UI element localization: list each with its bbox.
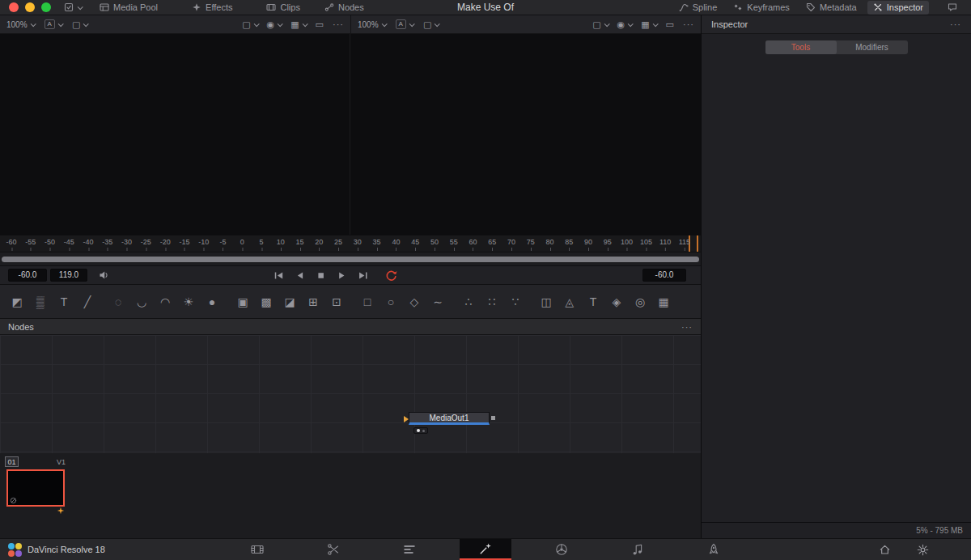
node-output-square-icon[interactable] bbox=[491, 416, 495, 420]
right-viewer-zoom-select[interactable]: 100% bbox=[358, 20, 386, 29]
tool-merge-3d[interactable]: ◈ bbox=[608, 293, 625, 311]
timeline-scrollbar[interactable] bbox=[2, 257, 699, 262]
right-viewer-gamut-select[interactable]: ◉ bbox=[617, 20, 633, 29]
left-viewer[interactable] bbox=[0, 34, 350, 235]
range-start-field[interactable]: -60.0 bbox=[8, 269, 47, 282]
minimize-button[interactable] bbox=[25, 2, 35, 12]
clip-thumbnail[interactable] bbox=[6, 469, 65, 507]
tool-resize[interactable]: ⊡ bbox=[328, 293, 346, 311]
left-viewer-buffer-select[interactable]: ▢ bbox=[72, 20, 87, 29]
tool-polygon-mask[interactable]: ◇ bbox=[405, 293, 423, 311]
close-button[interactable] bbox=[9, 2, 19, 12]
page-fairlight-button[interactable] bbox=[612, 539, 664, 560]
ruler-tick: 60 bbox=[469, 238, 477, 246]
inspector-options-button[interactable]: ··· bbox=[950, 19, 961, 29]
tool-text-plus[interactable]: T bbox=[55, 293, 73, 311]
left-viewer-channel-select[interactable]: A bbox=[45, 19, 62, 29]
page-media-button[interactable] bbox=[231, 539, 283, 560]
node-graph[interactable]: MediaOut1 bbox=[0, 335, 701, 453]
tool-rectangle-mask[interactable]: □ bbox=[358, 293, 376, 311]
keyframes-button[interactable]: Keyframes bbox=[727, 1, 795, 15]
play-reverse-button[interactable] bbox=[295, 270, 305, 281]
tool-merge[interactable]: ▣ bbox=[234, 293, 252, 311]
tool-paint[interactable]: ╱ bbox=[78, 293, 96, 311]
go-to-end-button[interactable] bbox=[358, 270, 368, 281]
page-cut-button[interactable] bbox=[307, 539, 359, 560]
node-viewer-dots[interactable] bbox=[413, 427, 428, 434]
audio-mute-icon[interactable] bbox=[99, 270, 110, 280]
page-deliver-button[interactable] bbox=[688, 539, 740, 560]
ruler-tick: 70 bbox=[507, 238, 515, 246]
effects-button[interactable]: Effects bbox=[186, 1, 238, 15]
page-color-button[interactable] bbox=[536, 539, 587, 560]
spline-button[interactable]: Spline bbox=[673, 1, 723, 15]
nodes-options-button[interactable]: ··· bbox=[681, 322, 693, 332]
tool-hue-curves[interactable]: ◠ bbox=[156, 293, 174, 311]
inspector-button[interactable]: Inspector bbox=[867, 1, 929, 15]
settings-gear-button[interactable] bbox=[917, 544, 929, 556]
right-viewer[interactable] bbox=[350, 34, 701, 235]
stop-button[interactable] bbox=[316, 270, 326, 281]
node-input-arrow-icon[interactable] bbox=[404, 416, 409, 422]
zoom-button[interactable] bbox=[41, 2, 51, 12]
nodes-button[interactable]: Nodes bbox=[319, 1, 370, 15]
tool-brightness-contrast[interactable]: ☀ bbox=[180, 293, 197, 311]
metadata-button[interactable]: Metadata bbox=[800, 1, 863, 15]
viewer-dot-2[interactable] bbox=[422, 430, 425, 432]
right-viewer-guides-select[interactable]: ▦ bbox=[641, 20, 656, 29]
ruler-tick: 5 bbox=[259, 238, 263, 246]
loop-button[interactable] bbox=[385, 269, 397, 282]
node-mediaout1[interactable]: MediaOut1 bbox=[409, 412, 490, 425]
timeline-ruler[interactable]: -60-55-50-45-40-35-30-25-20-15-10-505101… bbox=[0, 235, 701, 252]
left-viewer-guides-select[interactable]: ▦ bbox=[290, 20, 306, 29]
tool-shape-3d[interactable]: ◬ bbox=[561, 293, 579, 311]
frame-icon: ▭ bbox=[666, 20, 674, 29]
tool-fast-noise[interactable]: ▒ bbox=[32, 293, 49, 311]
right-viewer-options-button[interactable]: ··· bbox=[683, 19, 694, 29]
tool-ellipse-mask[interactable]: ○ bbox=[382, 293, 400, 311]
play-button[interactable] bbox=[337, 270, 347, 281]
chat-button[interactable] bbox=[942, 1, 963, 15]
tool-renderer-3d[interactable]: ▦ bbox=[655, 293, 672, 311]
davinci-resolve-window: Media Pool Effects Clips Nodes Make Use … bbox=[0, 0, 971, 560]
left-viewer-gamut-select[interactable]: ◉ bbox=[267, 20, 282, 29]
left-viewer-zoom-select[interactable]: 100% bbox=[6, 20, 35, 29]
media-pool-button[interactable]: Media Pool bbox=[94, 1, 163, 15]
tool-matte-control[interactable]: ▩ bbox=[257, 293, 275, 311]
tool-p-merge[interactable]: ∷ bbox=[483, 293, 501, 311]
tab-tools[interactable]: Tools bbox=[765, 40, 837, 54]
left-viewer-frame-toggle[interactable]: ▭ bbox=[316, 20, 324, 29]
inspector-body bbox=[702, 59, 971, 522]
project-manager-button[interactable] bbox=[879, 544, 891, 556]
left-viewer-stereo-select[interactable]: ▢ bbox=[242, 20, 257, 29]
tool-channel-booleans[interactable]: ◪ bbox=[281, 293, 299, 311]
nodes-panel-title: Nodes bbox=[8, 322, 34, 332]
tool-p-render[interactable]: ∵ bbox=[507, 293, 524, 311]
range-end-field[interactable]: 119.0 bbox=[50, 269, 87, 282]
tool-color-curves[interactable]: ◡ bbox=[133, 293, 151, 311]
go-to-start-button[interactable] bbox=[273, 270, 284, 281]
page-fusion-button[interactable] bbox=[460, 539, 511, 560]
tool-color-corrector[interactable]: ◌ bbox=[109, 293, 127, 311]
left-viewer-options-button[interactable]: ··· bbox=[333, 19, 344, 29]
tool-p-emitter[interactable]: ∴ bbox=[460, 293, 477, 311]
tool-blur[interactable]: ● bbox=[203, 293, 221, 311]
main-area: 100% A ▢ ▢ ◉ bbox=[0, 15, 971, 538]
ui-layout-toggle[interactable] bbox=[58, 1, 87, 15]
viewer-dot-1[interactable] bbox=[417, 429, 420, 432]
page-edit-button[interactable] bbox=[384, 539, 435, 560]
right-viewer-buffer-select[interactable]: ▢ bbox=[423, 20, 439, 29]
tool-image-plane-3d[interactable]: ◫ bbox=[537, 293, 555, 311]
tab-modifiers[interactable]: Modifiers bbox=[837, 40, 908, 54]
tool-camera-3d[interactable]: ◎ bbox=[631, 293, 649, 311]
tool-background[interactable]: ◩ bbox=[8, 293, 26, 311]
current-frame-field[interactable]: -60.0 bbox=[642, 269, 686, 282]
clips-button[interactable]: Clips bbox=[261, 1, 305, 15]
right-viewer-stereo-select[interactable]: ▢ bbox=[592, 20, 608, 29]
right-viewer-frame-toggle[interactable]: ▭ bbox=[666, 20, 674, 29]
tool-bspline-mask[interactable]: ∼ bbox=[429, 293, 447, 311]
tool-transform[interactable]: ⊞ bbox=[304, 293, 322, 311]
tool-text-3d[interactable]: T bbox=[584, 293, 602, 311]
inspector-title: Inspector bbox=[711, 19, 748, 29]
right-viewer-channel-select[interactable]: A bbox=[396, 19, 413, 29]
